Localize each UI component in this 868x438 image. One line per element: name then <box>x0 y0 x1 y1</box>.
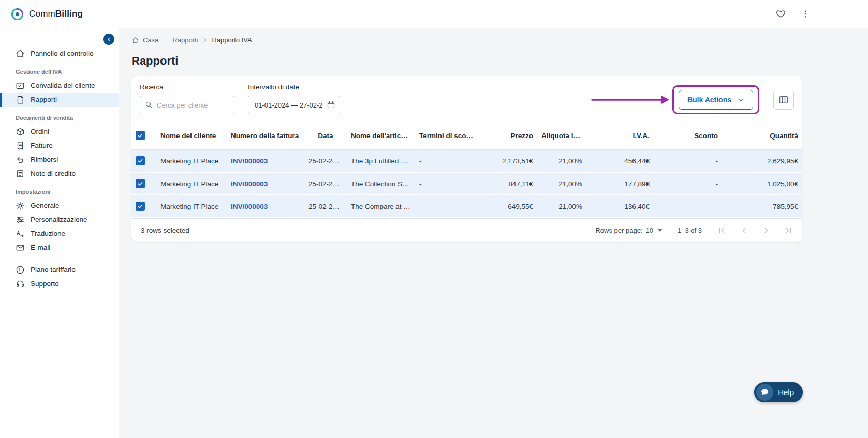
sidebar-item-label: Ordini <box>31 128 49 135</box>
sidebar-item-credit-notes[interactable]: Note di credito <box>0 167 119 180</box>
column-header-discount-terms[interactable]: Termini di sconto <box>415 122 480 150</box>
column-header-item-name[interactable]: Nome dell'articolo <box>347 122 415 150</box>
sidebar-item-label: Fatture <box>31 142 53 149</box>
favorites-button[interactable] <box>775 9 786 20</box>
sidebar-item-label: Supporto <box>31 280 59 288</box>
next-page-icon[interactable] <box>762 226 771 235</box>
sidebar-item-dashboard[interactable]: Pannello di controllo <box>0 47 119 61</box>
overflow-menu-button[interactable] <box>801 9 810 19</box>
row-checkbox[interactable] <box>136 156 145 165</box>
bulk-actions-label: Bulk Actions <box>687 96 731 104</box>
sidebar-item-refunds[interactable]: Rimborsi <box>0 153 119 167</box>
sidebar-item-invoices[interactable]: Fatture <box>0 139 119 153</box>
sidebar-item-label: Rimborsi <box>31 156 58 163</box>
sidebar-section-sales: Documenti di vendita <box>0 115 119 121</box>
sidebar-item-orders[interactable]: Ordini <box>0 125 119 139</box>
cell-date: 25-02-2025 <box>304 150 347 173</box>
cell-quantity: 1,025,00€ <box>722 172 802 195</box>
column-header-discount[interactable]: Sconto <box>654 122 722 150</box>
row-checkbox[interactable] <box>136 202 145 211</box>
sidebar-item-customization[interactable]: Personalizzazione <box>0 213 119 226</box>
search-icon <box>144 100 153 111</box>
sidebar-section-settings: Impostazioni <box>0 189 119 195</box>
first-page-icon[interactable] <box>717 226 726 235</box>
bulk-actions-button[interactable]: Bulk Actions <box>679 90 753 110</box>
sidebar-section-vat: Gestione dell'IVA <box>0 69 119 75</box>
check-icon <box>137 180 143 187</box>
breadcrumb-item-reports[interactable]: Rapporti <box>172 36 198 44</box>
top-bar: CommBilling <box>0 0 868 28</box>
select-all-checkbox[interactable] <box>136 131 145 140</box>
chat-bubble-icon <box>756 384 773 401</box>
cell-invoice-link[interactable]: INV/000003 <box>227 172 304 195</box>
column-header-vat[interactable]: I.V.A. <box>586 122 654 150</box>
column-header-customer[interactable]: Nome del cliente <box>156 122 227 150</box>
date-range-label: Intervallo di date <box>248 83 340 91</box>
sidebar-collapse-button[interactable] <box>103 34 114 45</box>
sliders-icon <box>16 215 25 224</box>
brand-name: CommBilling <box>29 9 83 19</box>
cell-invoice-link[interactable]: INV/000003 <box>227 150 304 173</box>
column-settings-button[interactable] <box>773 90 794 110</box>
cell-quantity: 2,629,95€ <box>722 150 802 173</box>
search-label: Ricerca <box>140 83 234 91</box>
annotation-arrow <box>591 94 670 105</box>
table-row[interactable]: Marketing IT Place INV/000003 25-02-2025… <box>131 172 802 195</box>
check-icon <box>137 158 143 164</box>
search-input[interactable] <box>140 96 234 114</box>
previous-page-icon[interactable] <box>740 226 748 235</box>
cell-vat-rate: 21,00% <box>537 150 586 173</box>
rows-per-page-label: Rows per page: <box>595 226 642 234</box>
breadcrumb-item-home[interactable]: Casa <box>143 36 158 44</box>
column-header-price[interactable]: Prezzo <box>480 122 537 150</box>
page-title: Rapporti <box>131 54 868 68</box>
table-row[interactable]: Marketing IT Place INV/000003 25-02-2025… <box>131 195 802 218</box>
check-icon <box>137 132 143 139</box>
table-row[interactable]: Marketing IT Place INV/000003 25-02-2025… <box>131 150 802 173</box>
cell-discount: - <box>654 172 722 195</box>
box-icon <box>16 127 25 137</box>
cell-price: 2,173,51€ <box>480 150 537 173</box>
cell-terms: - <box>415 172 480 195</box>
column-header-quantity[interactable]: Quantità <box>722 122 802 150</box>
sidebar-item-translation[interactable]: Traduzione <box>0 226 119 240</box>
cell-terms: - <box>415 195 480 218</box>
table-footer: 3 rows selected Rows per page: 10 1–3 of… <box>131 218 802 242</box>
sidebar-item-customer-validation[interactable]: Convalida del cliente <box>0 79 119 93</box>
help-button[interactable]: Help <box>754 382 803 402</box>
sidebar-item-label: Convalida del cliente <box>31 82 95 89</box>
rows-per-page-select[interactable]: Rows per page: 10 <box>595 226 662 234</box>
sidebar-item-label: Generale <box>31 202 60 209</box>
cell-customer: Marketing IT Place <box>156 172 227 195</box>
cell-item: The 3p Fulfilled S… <box>347 150 415 173</box>
brand-first: Comm <box>29 9 55 19</box>
cell-terms: - <box>415 150 480 173</box>
table-header-row: Nome del cliente Numero della fattura Da… <box>131 122 802 150</box>
column-header-vat-rate[interactable]: Aliquota IVA <box>537 122 586 150</box>
id-card-check-icon <box>16 81 25 90</box>
column-header-invoice-number[interactable]: Numero della fattura <box>227 122 304 150</box>
sidebar-item-support[interactable]: Supporto <box>0 277 119 291</box>
sidebar-item-email[interactable]: E-mail <box>0 240 119 254</box>
envelope-icon <box>16 243 25 252</box>
brand-second: Billing <box>55 9 83 19</box>
column-header-date[interactable]: Data <box>304 122 347 150</box>
last-page-icon[interactable] <box>784 226 793 235</box>
chevron-right-icon <box>163 37 168 43</box>
sidebar-item-label: Rapporti <box>31 96 57 103</box>
brand-logo: CommBilling <box>10 7 83 21</box>
cell-quantity: 785,95€ <box>722 195 802 218</box>
gear-icon <box>16 201 25 210</box>
caret-down-icon <box>658 229 662 232</box>
calendar-icon[interactable] <box>327 100 335 111</box>
cell-vat-amount: 456,44€ <box>586 150 654 173</box>
cell-invoice-link[interactable]: INV/000003 <box>227 195 304 218</box>
sidebar-item-pricing-plan[interactable]: € Piano tariffario <box>0 263 119 277</box>
sidebar-item-label: Traduzione <box>31 230 65 237</box>
sidebar-item-general[interactable]: Generale <box>0 199 119 213</box>
row-checkbox[interactable] <box>136 179 145 188</box>
cell-item: The Compare at … <box>347 195 415 218</box>
help-label: Help <box>778 388 794 397</box>
sidebar: Pannello di controllo Gestione dell'IVA … <box>0 28 119 438</box>
sidebar-item-reports[interactable]: Rapporti <box>0 93 119 107</box>
